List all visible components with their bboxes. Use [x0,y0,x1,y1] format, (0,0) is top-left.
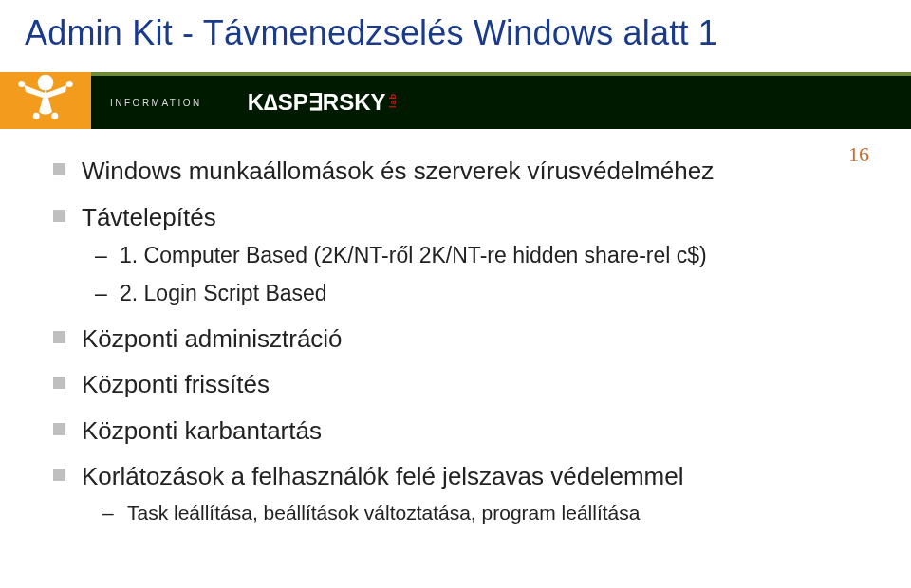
bullet-item: Központi karbantartás [53,415,858,447]
bullet-item: Központi frissítés [53,369,858,400]
brand-icon-tile [0,72,91,129]
bullet-item: Távtelepítés 1. Computer Based (2K/NT-rő… [53,202,858,308]
brand-logo: K∆SP∃RSKY lab [248,89,399,116]
bullet-item: Windows munkaállomások és szerverek víru… [53,156,858,187]
slide-title: Admin Kit - Távmenedzselés Windows alatt… [0,0,911,53]
bullet-item: Központi adminisztráció [53,323,858,355]
bullet-item: Korlátozások a felhasználók felé jelszav… [53,461,858,525]
info-label: INFORMATION [110,98,202,108]
banner-right: INFORMATION K∆SP∃RSKY lab [91,72,911,129]
bullet-text: Korlátozások a felhasználók felé jelszav… [82,462,683,490]
sub-bullet-item: 1. Computer Based (2K/NT-ről 2K/NT-re hi… [82,242,858,270]
slide-content: Windows munkaállomások és szerverek víru… [0,129,911,525]
svg-point-3 [33,113,40,119]
svg-point-4 [51,113,58,119]
svg-point-1 [18,81,25,87]
banner: INFORMATION K∆SP∃RSKY lab [0,72,911,129]
svg-point-2 [66,81,73,87]
brand-text: K∆SP∃RSKY [248,89,386,116]
brand-suffix: lab [388,93,398,108]
person-star-icon [4,59,87,125]
sub-bullet-item: 2. Login Script Based [82,280,858,308]
banner-main: INFORMATION K∆SP∃RSKY lab [91,76,911,129]
bullet-text: Távtelepítés [82,203,216,231]
sub-bullet-item: Task leállítása, beállítások változtatás… [82,500,858,525]
